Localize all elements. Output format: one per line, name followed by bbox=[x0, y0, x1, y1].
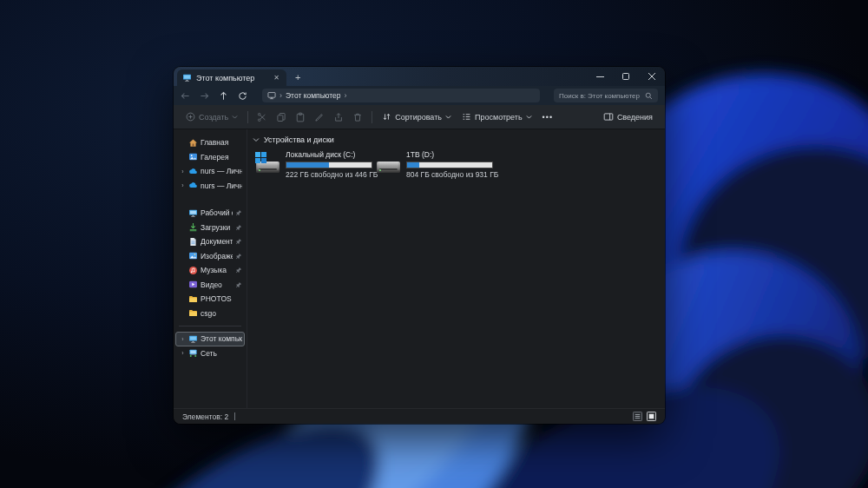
computer-icon bbox=[188, 334, 198, 344]
toolbar-separator bbox=[247, 111, 248, 123]
back-arrow-icon[interactable] bbox=[181, 91, 200, 101]
new-button-label: Создать bbox=[199, 113, 228, 122]
sidebar-item-onedrive-2[interactable]: › nurs — Личное bbox=[175, 179, 245, 194]
sidebar-item-csgo-folder[interactable]: csgo bbox=[175, 307, 245, 321]
chevron-right-icon[interactable]: › bbox=[180, 168, 186, 175]
delete-icon[interactable] bbox=[348, 112, 367, 122]
rename-icon[interactable] bbox=[310, 112, 329, 122]
sidebar-item-label: Рабочий стол bbox=[201, 208, 233, 217]
tab-close-icon[interactable]: ✕ bbox=[272, 73, 281, 83]
pictures-icon bbox=[188, 251, 198, 260]
sidebar-item-videos[interactable]: Видео bbox=[175, 278, 245, 293]
sidebar-item-label: PHOTOS bbox=[201, 294, 242, 303]
folder-icon bbox=[188, 294, 198, 304]
breadcrumb[interactable]: Этот компьютер bbox=[286, 91, 341, 100]
list-view-icon[interactable] bbox=[633, 412, 642, 421]
computer-icon bbox=[267, 91, 276, 100]
pin-icon bbox=[235, 238, 242, 245]
sidebar-item-label: Сеть bbox=[201, 349, 242, 358]
pin-icon bbox=[235, 209, 242, 216]
drive-usage-fill bbox=[286, 162, 329, 168]
new-tab-button[interactable]: + bbox=[295, 73, 300, 82]
share-icon[interactable] bbox=[329, 112, 348, 122]
minimize-button[interactable] bbox=[587, 67, 613, 86]
documents-icon bbox=[188, 237, 198, 247]
sidebar-item-label: Музыка bbox=[201, 266, 233, 274]
sidebar-item-label: Этот компьютер bbox=[201, 334, 242, 343]
sidebar-item-photos-folder[interactable]: PHOTOS bbox=[175, 292, 245, 307]
gallery-icon bbox=[188, 152, 198, 162]
forward-arrow-icon[interactable] bbox=[200, 91, 219, 101]
plus-circle-icon bbox=[186, 112, 195, 122]
windows-logo-icon bbox=[255, 152, 266, 163]
drive-name: Локальный диск (C:) bbox=[286, 150, 372, 159]
tab-title: Этот компьютер bbox=[196, 74, 267, 82]
search-input[interactable] bbox=[559, 92, 645, 100]
drive-tile-d[interactable]: 1TB (D:) 804 ГБ свободно из 931 ГБ bbox=[377, 150, 492, 179]
chevron-down-icon bbox=[232, 114, 238, 120]
sidebar-item-pictures[interactable]: Изображения bbox=[175, 249, 245, 264]
new-button[interactable]: Создать bbox=[181, 112, 243, 122]
sidebar-item-gallery[interactable]: Галерея bbox=[175, 150, 245, 165]
tab-this-pc[interactable]: Этот компьютер ✕ bbox=[177, 69, 286, 86]
maximize-button[interactable] bbox=[613, 67, 639, 86]
command-bar: Создать Сортировать bbox=[174, 105, 665, 129]
window-controls bbox=[587, 67, 665, 86]
large-icons-view-icon[interactable] bbox=[647, 412, 656, 421]
sidebar-item-label: Галерея bbox=[201, 153, 242, 162]
address-field[interactable]: › Этот компьютер › bbox=[262, 89, 540, 102]
toolbar-separator bbox=[372, 111, 372, 123]
sidebar-item-onedrive-1[interactable]: › nurs — Личное bbox=[175, 164, 245, 179]
chevron-right-icon: › bbox=[279, 92, 282, 100]
chevron-right-icon[interactable]: › bbox=[345, 92, 347, 100]
group-header-label: Устройства и диски bbox=[264, 135, 334, 144]
chevron-down-icon[interactable] bbox=[253, 136, 260, 143]
sidebar-item-this-pc[interactable]: › Этот компьютер bbox=[175, 332, 245, 346]
details-pane-label: Сведения bbox=[617, 113, 653, 122]
sort-arrows-icon bbox=[382, 112, 391, 122]
network-icon bbox=[188, 348, 198, 358]
address-bar: › Этот компьютер › bbox=[174, 86, 665, 105]
sidebar-item-documents[interactable]: Документы bbox=[175, 234, 245, 249]
sidebar-item-desktop[interactable]: Рабочий стол bbox=[175, 206, 245, 221]
sidebar-item-label: nurs — Личное bbox=[201, 167, 242, 175]
sidebar-item-network[interactable]: › Сеть bbox=[175, 346, 245, 361]
music-icon bbox=[188, 266, 198, 275]
details-pane-button[interactable]: Сведения bbox=[598, 112, 658, 122]
home-icon bbox=[188, 138, 198, 148]
more-options-button[interactable]: ••• bbox=[537, 113, 558, 122]
drive-tile-c[interactable]: Локальный диск (C:) 222 ГБ свободно из 4… bbox=[256, 150, 372, 179]
status-separator bbox=[234, 412, 235, 420]
drive-free-space: 804 ГБ свободно из 931 ГБ bbox=[406, 170, 492, 179]
drive-tiles: Локальный диск (C:) 222 ГБ свободно из 4… bbox=[256, 150, 665, 179]
explorer-body: Главная Галерея › nurs — Личное › bbox=[174, 129, 665, 408]
sidebar-item-label: Документы bbox=[201, 237, 233, 246]
sidebar-item-downloads[interactable]: Загрузки bbox=[175, 221, 245, 235]
sidebar-item-music[interactable]: Музыка bbox=[175, 263, 245, 278]
sidebar-separator bbox=[179, 326, 241, 326]
chevron-right-icon[interactable]: › bbox=[180, 182, 186, 188]
sort-button[interactable]: Сортировать bbox=[377, 112, 457, 122]
refresh-icon[interactable] bbox=[238, 91, 257, 101]
chevron-right-icon[interactable]: › bbox=[180, 336, 186, 342]
content-pane: Устройства и диски Локальный диск (C:) 2… bbox=[247, 129, 665, 408]
close-button[interactable] bbox=[639, 67, 665, 86]
cut-icon[interactable] bbox=[253, 112, 272, 122]
view-button[interactable]: Просмотреть bbox=[457, 112, 537, 122]
sidebar-item-label: Видео bbox=[201, 280, 233, 289]
group-header-devices[interactable]: Устройства и диски bbox=[251, 135, 665, 144]
copy-icon[interactable] bbox=[272, 112, 291, 122]
up-arrow-icon[interactable] bbox=[219, 91, 238, 101]
details-pane-icon bbox=[603, 112, 614, 122]
search-icon[interactable] bbox=[645, 92, 653, 100]
pin-icon bbox=[235, 224, 242, 231]
drive-name: 1TB (D:) bbox=[406, 150, 492, 159]
search-box[interactable] bbox=[554, 89, 658, 102]
pin-icon bbox=[235, 281, 242, 288]
sidebar-item-home[interactable]: Главная bbox=[175, 135, 245, 150]
tab-bar: Этот компьютер ✕ + bbox=[174, 67, 665, 86]
paste-icon[interactable] bbox=[291, 112, 310, 122]
chevron-right-icon[interactable]: › bbox=[180, 350, 186, 356]
view-list-icon bbox=[462, 112, 471, 122]
hard-drive-windows-icon bbox=[256, 154, 280, 175]
